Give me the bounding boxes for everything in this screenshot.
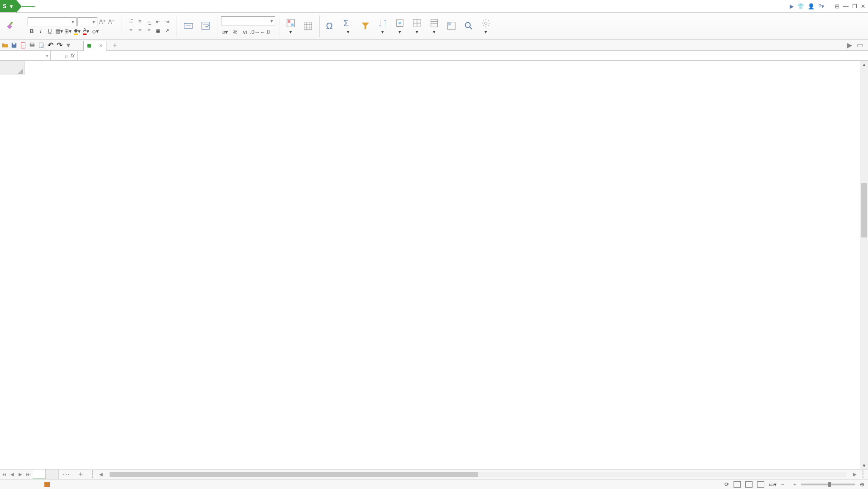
dec-decimal-icon[interactable]: ←.0 <box>261 28 269 36</box>
shirt-icon[interactable]: 👕 <box>797 3 804 10</box>
redo-icon[interactable]: ↷ <box>56 42 62 48</box>
horizontal-scrollbar[interactable]: ┆ ◀ ▶ ┆ <box>88 470 868 479</box>
minimize-icon[interactable]: — <box>843 3 849 10</box>
sum-button[interactable]: Σ ▾ <box>340 18 356 34</box>
name-box[interactable]: ▾ <box>0 51 51 60</box>
user-icon[interactable]: 👤 <box>808 3 815 10</box>
page-view-icon[interactable] <box>745 481 753 488</box>
refresh-icon[interactable]: ⟳ <box>724 481 729 488</box>
scroll-down-icon[interactable]: ▼ <box>860 462 868 469</box>
filter-button[interactable] <box>358 21 373 32</box>
decrease-font-icon[interactable]: A⁻ <box>107 18 115 26</box>
sheet-first-icon[interactable]: ⏮ <box>0 470 8 479</box>
zoom-out-icon[interactable]: − <box>781 481 784 488</box>
app-brand[interactable]: S ▾ <box>0 0 16 12</box>
break-view-icon[interactable] <box>757 481 764 488</box>
indent-inc-icon[interactable]: ⇥ <box>163 18 171 26</box>
border-style-icon[interactable]: ⊞▾ <box>64 27 72 35</box>
increase-font-icon[interactable]: A⁺ <box>98 18 106 26</box>
font-color-icon[interactable]: A▾ <box>82 27 90 35</box>
print-icon[interactable] <box>29 42 35 48</box>
hsplit-icon[interactable]: ┆ <box>91 470 95 479</box>
rowcol-button[interactable]: ▾ <box>409 18 425 34</box>
scroll-right-icon[interactable]: ▶ <box>852 472 858 477</box>
formula-input[interactable] <box>78 51 868 60</box>
scroll-left-icon[interactable]: ◀ <box>98 472 104 477</box>
align-top-icon[interactable]: ≡̄ <box>127 18 135 26</box>
qat-more-icon[interactable]: ▾ <box>65 42 72 48</box>
scroll-up-icon[interactable]: ▲ <box>860 61 868 68</box>
sheet-next-icon[interactable]: ▶ <box>16 470 24 479</box>
number-format-select[interactable]: ▾ <box>221 16 275 25</box>
zoom-fit-icon[interactable]: ⊕ <box>860 481 864 488</box>
new-tab-icon[interactable]: + <box>109 41 120 49</box>
hscroll-thumb[interactable] <box>110 472 478 477</box>
menu-home[interactable] <box>22 6 35 7</box>
fx-icon[interactable]: fx <box>71 53 75 59</box>
font-size-select[interactable]: ▾ <box>77 17 97 26</box>
sheet-prev-icon[interactable]: ◀ <box>8 470 16 479</box>
vertical-scrollbar[interactable]: ▲ ▼ <box>860 61 868 469</box>
open-icon[interactable] <box>2 42 8 48</box>
hsplit-right-icon[interactable]: ┆ <box>861 470 865 479</box>
inc-decimal-icon[interactable]: .0→ <box>251 28 259 36</box>
find-button[interactable] <box>461 21 476 32</box>
currency-icon[interactable]: ¤▾ <box>221 28 229 36</box>
sheet-tab-1[interactable] <box>33 470 46 479</box>
cell-area[interactable] <box>24 75 860 469</box>
align-center-icon[interactable]: ≡ <box>136 27 144 35</box>
help-icon[interactable]: ?▾ <box>818 3 824 10</box>
sheet-list-icon[interactable]: ⋯ <box>59 470 73 479</box>
sort-button[interactable]: ▾ <box>375 18 390 34</box>
clear-format-icon[interactable]: ◇▾ <box>91 27 99 35</box>
sheet-button[interactable]: ▾ <box>427 18 442 34</box>
svg-rect-2 <box>202 22 210 29</box>
comma-icon[interactable]: ⅵ <box>241 28 249 36</box>
align-right-icon[interactable]: ≡ <box>145 27 153 35</box>
format-button[interactable]: ▾ <box>392 18 408 34</box>
undo-icon[interactable]: ↶ <box>47 42 53 48</box>
play-macro-icon[interactable]: ▶ <box>847 41 852 49</box>
ribbon-toggle-icon[interactable]: ⊟ <box>835 3 839 10</box>
export-pdf-icon[interactable]: P <box>20 42 26 48</box>
fx-search-icon[interactable]: ⌕ <box>65 53 68 59</box>
merge-center-button[interactable] <box>181 21 196 32</box>
sheet-last-icon[interactable]: ⏭ <box>24 470 33 479</box>
conditional-format-button[interactable]: ▾ <box>283 18 298 34</box>
wrap-text-button[interactable] <box>198 21 213 32</box>
close-icon[interactable]: ✕ <box>861 3 865 10</box>
align-middle-icon[interactable]: ≡ <box>136 18 144 26</box>
italic-icon[interactable]: I <box>37 27 45 35</box>
align-justify-icon[interactable]: ≣ <box>154 27 162 35</box>
settings-button[interactable]: ▾ <box>478 18 494 34</box>
zoom-slider[interactable] <box>801 484 855 485</box>
indent-dec-icon[interactable]: ⇤ <box>154 18 162 26</box>
underline-icon[interactable]: U <box>46 27 54 35</box>
vscroll-thumb[interactable] <box>861 183 867 237</box>
print-preview-icon[interactable] <box>38 42 44 48</box>
orientation-icon[interactable]: ↗ <box>163 27 171 35</box>
sheet-add-icon[interactable]: ＋ <box>73 470 88 479</box>
normal-view-icon[interactable] <box>734 481 741 488</box>
sync-icon[interactable]: ▶ <box>790 3 794 10</box>
symbol-button[interactable]: Ω <box>323 21 339 32</box>
bold-icon[interactable]: B <box>28 27 36 35</box>
save-icon[interactable] <box>11 42 17 48</box>
percent-icon[interactable]: % <box>231 28 239 36</box>
format-painter-button[interactable] <box>3 21 18 32</box>
close-tab-icon[interactable]: × <box>99 43 102 49</box>
align-left-icon[interactable]: ≡ <box>127 27 135 35</box>
freeze-button[interactable] <box>444 21 459 32</box>
tab-list-icon[interactable]: ▭ <box>857 41 863 49</box>
reading-view-icon[interactable]: ▭▾ <box>769 481 777 488</box>
zoom-in-icon[interactable]: + <box>793 481 796 488</box>
align-bottom-icon[interactable]: ≡̲ <box>145 18 153 26</box>
table-format-button[interactable] <box>300 21 316 32</box>
border-icon[interactable]: ▦▾ <box>55 27 63 35</box>
sheet-tab-2[interactable] <box>46 470 59 479</box>
maximize-icon[interactable]: ❐ <box>852 3 857 10</box>
document-tab[interactable]: × <box>83 41 106 51</box>
font-name-select[interactable]: ▾ <box>28 17 77 26</box>
select-all-corner[interactable] <box>0 61 24 75</box>
fill-color-icon[interactable]: ◆▾ <box>73 27 81 35</box>
